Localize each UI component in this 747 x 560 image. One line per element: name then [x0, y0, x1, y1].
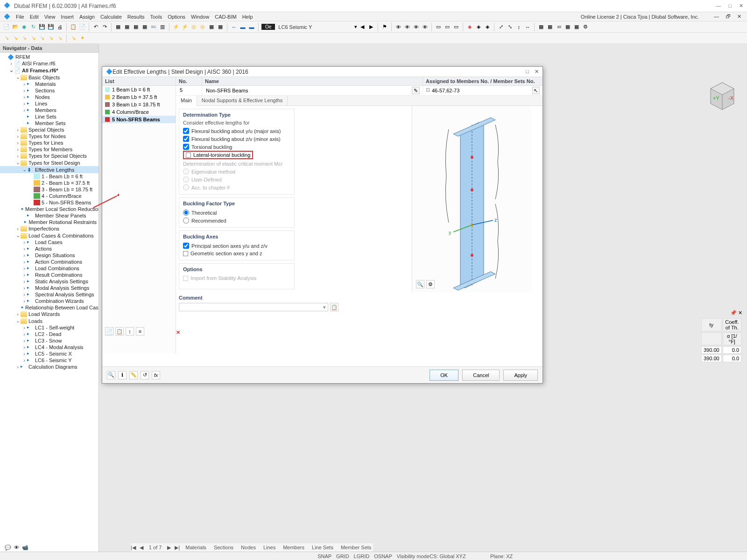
tab-nodal-supports[interactable]: Nodal Supports & Effective Lengths	[197, 96, 288, 105]
tree-item[interactable]: 4 - Column/Brace	[0, 193, 99, 199]
comment-copy-icon[interactable]: 📋	[330, 303, 338, 311]
menu-edit[interactable]: Edit	[28, 13, 41, 21]
menu-file[interactable]: File	[14, 13, 26, 21]
db-icon[interactable]: ▭	[435, 23, 442, 31]
maximize-button[interactable]: □	[728, 3, 732, 9]
ok-button[interactable]: OK	[430, 370, 458, 381]
flag-icon[interactable]: ⚑	[381, 23, 388, 31]
menu-view[interactable]: View	[42, 13, 57, 21]
s6-icon[interactable]: ↘	[47, 35, 55, 42]
lgrid-toggle[interactable]: LGRID	[354, 553, 370, 559]
tree-item[interactable]: ›▸Sections	[0, 87, 99, 94]
preview-tool2-icon[interactable]: ⚙	[426, 280, 435, 288]
v3-icon[interactable]: 👁	[412, 23, 420, 31]
tree-item[interactable]: ›▸Calculation Diagrams	[0, 364, 99, 370]
bolt1-icon[interactable]: ⚡	[172, 23, 180, 31]
print-icon[interactable]: 🖨	[56, 23, 63, 31]
osnap-toggle[interactable]: OSNAP	[374, 553, 392, 559]
tree-item[interactable]: ›▸LC6 - Seismic Y	[0, 357, 99, 364]
menu-cadbim[interactable]: CAD-BIM	[213, 13, 238, 21]
menu-results[interactable]: Results	[126, 13, 147, 21]
bolt2-icon[interactable]: ⚡	[181, 23, 189, 31]
reset-icon[interactable]: ↺	[141, 371, 149, 379]
lc-selector[interactable]: LC6 Seismic Y	[278, 24, 353, 30]
dropdown-icon[interactable]: ▾	[354, 24, 357, 30]
tree-item[interactable]: ›▸Members	[0, 107, 99, 113]
ay-icon[interactable]: ⤡	[506, 23, 514, 31]
q1-icon[interactable]: ◎	[190, 23, 197, 31]
grid4-icon[interactable]: ▦	[141, 23, 148, 31]
tree-item[interactable]: ›▸Design Situations	[0, 252, 99, 259]
minimize-button[interactable]: —	[716, 3, 721, 9]
delete-icon[interactable]: ✕	[176, 329, 180, 336]
list-item[interactable]: 1 Beam Lb = 6 ft	[102, 86, 176, 93]
pgt-1[interactable]: Sections	[212, 545, 235, 550]
mdi-close[interactable]: ✕	[735, 13, 743, 21]
move-icon[interactable]: ↔	[230, 23, 238, 31]
prev-page-icon[interactable]: ◀	[140, 545, 143, 551]
paste-icon[interactable]: 📄	[78, 23, 86, 31]
eye-icon[interactable]: 👁	[14, 545, 19, 551]
dialog-maximize-icon[interactable]: □	[526, 69, 529, 75]
tree-item[interactable]: ›▸Action Combinations	[0, 259, 99, 265]
grid2-icon[interactable]: ▦	[123, 23, 131, 31]
s7-icon[interactable]: ↘	[56, 35, 63, 42]
tree-item[interactable]: ⌄📄All Frames.rf6*	[0, 67, 99, 74]
v4-icon[interactable]: 👁	[421, 23, 429, 31]
navigator-tree[interactable]: 🔷RFEM›📄AISI Frame.rf6⌄📄All Frames.rf6*⌄B…	[0, 53, 99, 553]
cancel-button[interactable]: Cancel	[462, 370, 500, 381]
copy-item-icon[interactable]: 📋	[115, 327, 124, 336]
cube-red-icon[interactable]: ◈	[466, 23, 473, 31]
r5-icon[interactable]: ▦	[573, 23, 580, 31]
list-item[interactable]: 3 Beam Lb = 18.75 ft	[102, 101, 176, 108]
save-icon[interactable]: 💾	[38, 23, 46, 31]
cb-torsional[interactable]	[183, 144, 189, 150]
tree-item[interactable]: ›Types for Lines	[0, 140, 99, 146]
menu-options[interactable]: Options	[166, 13, 187, 21]
tree-item[interactable]: ›Special Objects	[0, 126, 99, 133]
rb-theoretical[interactable]	[183, 210, 189, 216]
prev-icon[interactable]: ◀	[359, 23, 366, 31]
tree-item[interactable]: ›▸Load Cases	[0, 239, 99, 245]
help-icon[interactable]: 🔍	[107, 371, 115, 379]
s9-icon[interactable]: ✦	[78, 35, 86, 42]
assigned-pick-icon[interactable]: ↖	[532, 87, 540, 94]
tree-item[interactable]: 5 - Non-SFRS Beams	[0, 199, 99, 206]
tree-item[interactable]: ⌄⬍Effective Lengths	[0, 166, 99, 173]
chart-icon[interactable]: ▥	[159, 23, 166, 31]
units-icon[interactable]: 📏	[129, 371, 138, 379]
pgt-2[interactable]: Nodes	[239, 545, 258, 550]
tree-item[interactable]: ▸Member Shear Panels	[0, 212, 99, 219]
b-icon[interactable]: ▬	[248, 23, 255, 31]
copy-icon[interactable]: 📋	[70, 23, 77, 31]
tree-item[interactable]: ▸Line Sets	[0, 113, 99, 120]
dialog-close-icon[interactable]: ✕	[535, 69, 539, 75]
undo-icon[interactable]: ↶	[92, 23, 99, 31]
snap-toggle[interactable]: SNAP	[317, 553, 331, 559]
ax-icon[interactable]: ⤢	[497, 23, 505, 31]
new-icon[interactable]: 📄	[3, 23, 10, 31]
tree-item[interactable]: ›Load Wizards	[0, 311, 99, 317]
pgt-0[interactable]: Materials	[183, 545, 208, 550]
tree-item[interactable]: ›▸Load Combinations	[0, 265, 99, 272]
cb-geometric-axes[interactable]	[183, 251, 188, 256]
db3-icon[interactable]: ▭	[452, 23, 460, 31]
s1-icon[interactable]: ↘	[3, 35, 10, 42]
q4-icon[interactable]: ▦	[217, 23, 224, 31]
tree-item[interactable]: ›▸Static Analysis Settings	[0, 278, 99, 285]
tree-item[interactable]: ▸Relationship Between Load Cases	[0, 304, 99, 311]
tree-item[interactable]: ›▸Result Combinations	[0, 272, 99, 278]
tree-item[interactable]: ›▸Nodes	[0, 94, 99, 100]
menu-calculate[interactable]: Calculate	[99, 13, 124, 21]
tree-item[interactable]: ›▸LC2 - Dead	[0, 331, 99, 337]
fx-icon[interactable]: fx	[152, 371, 160, 379]
info-icon[interactable]: ℹ	[118, 371, 127, 379]
tree-item[interactable]: 3 - Beam Lb = 18.75 ft	[0, 186, 99, 193]
apply-button[interactable]: Apply	[503, 370, 538, 381]
aw-icon[interactable]: ↔	[524, 23, 531, 31]
tree-item[interactable]: ⌄Load Cases & Combinations	[0, 232, 99, 239]
tab-main[interactable]: Main	[176, 96, 197, 106]
tree-item[interactable]: ›▸Lines	[0, 100, 99, 107]
preview-tool1-icon[interactable]: 🔍	[416, 280, 424, 288]
tree-item[interactable]: ▸Member Rotational Restraints	[0, 219, 99, 225]
